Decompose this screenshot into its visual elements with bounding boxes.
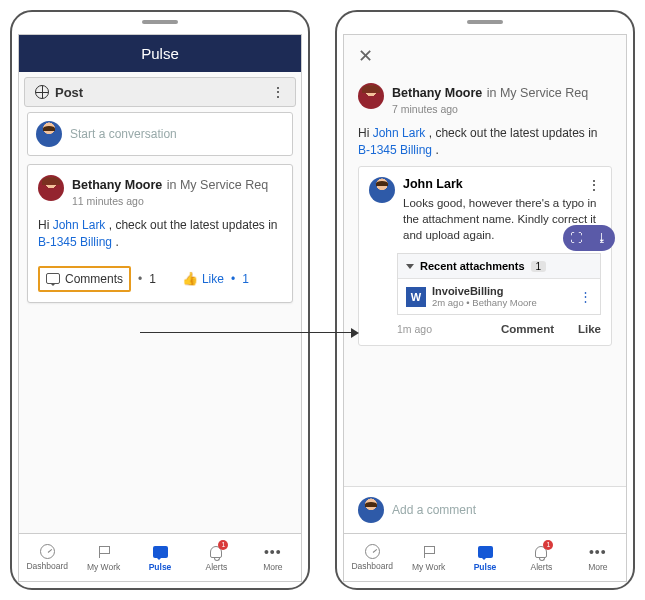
- attachment-float-actions: ⛶ ⭳: [563, 225, 615, 251]
- post-label: Post: [55, 85, 83, 100]
- annotation-arrow: [140, 332, 355, 333]
- comments-button[interactable]: Comments: [38, 266, 131, 292]
- post-time-r: 7 minutes ago: [392, 103, 588, 115]
- phone-left: Pulse Post ⋮ Start a conversation Bethan…: [10, 10, 310, 590]
- tab-pulse[interactable]: Pulse: [457, 534, 513, 581]
- tab-mywork[interactable]: My Work: [400, 534, 456, 581]
- tab-alerts[interactable]: 1Alerts: [513, 534, 569, 581]
- expand-icon[interactable]: ⛶: [563, 225, 589, 251]
- reply-author: John Lark: [403, 177, 463, 191]
- post-body: Hi John Lark , check out the latest upda…: [38, 217, 282, 252]
- screen-left: Pulse Post ⋮ Start a conversation Bethan…: [18, 34, 302, 582]
- reply-actions: 1m ago Comment Like: [397, 323, 601, 335]
- attachment-menu-icon[interactable]: ⋮: [579, 289, 592, 304]
- app-title: Pulse: [19, 35, 301, 72]
- more-icon: •••: [265, 544, 281, 560]
- case-link[interactable]: B-1345 Billing: [38, 235, 112, 249]
- add-comment-placeholder: Add a comment: [392, 503, 476, 517]
- post-menu-icon[interactable]: ⋮: [271, 84, 285, 100]
- author-name: Bethany Moore: [72, 178, 162, 192]
- avatar-author: [358, 83, 384, 109]
- word-file-icon: W: [406, 287, 426, 307]
- attachment-count: 1: [531, 261, 547, 272]
- alerts-badge: 1: [543, 540, 553, 550]
- attachment-meta: 2m ago • Bethany Moore: [432, 297, 537, 308]
- tab-dashboard[interactable]: Dashboard: [344, 534, 400, 581]
- flag-icon: [424, 546, 434, 558]
- reply-comment-button[interactable]: Comment: [501, 323, 554, 335]
- post-time: 11 minutes ago: [72, 195, 268, 207]
- add-comment-row[interactable]: Add a comment: [344, 486, 626, 533]
- phone-right: ✕ Bethany Moore in My Service Req 7 minu…: [335, 10, 635, 590]
- attachments-toggle[interactable]: Recent attachments 1: [398, 254, 600, 278]
- attachment-name: InvoiveBilling: [432, 285, 537, 297]
- compose-placeholder: Start a conversation: [70, 127, 177, 141]
- tab-more[interactable]: •••More: [245, 534, 301, 581]
- flag-icon: [99, 546, 109, 558]
- feed-card[interactable]: Bethany Moore in My Service Req 11 minut…: [27, 164, 293, 303]
- tab-mywork[interactable]: My Work: [75, 534, 131, 581]
- reply-time: 1m ago: [397, 323, 432, 335]
- reply-menu-icon[interactable]: ⋮: [587, 177, 601, 193]
- avatar-self: [36, 121, 62, 147]
- download-icon[interactable]: ⭳: [589, 225, 615, 251]
- speaker: [142, 20, 178, 24]
- avatar-replier: [369, 177, 395, 203]
- globe-icon: [35, 85, 49, 99]
- post-actions: Comments • 1 👍 Like • 1: [38, 266, 282, 292]
- dashboard-icon: [365, 544, 380, 559]
- reply-card: John Lark ⋮ Looks good, however there's …: [358, 166, 612, 346]
- pulse-icon: [478, 546, 493, 558]
- like-count: 1: [242, 272, 249, 286]
- dashboard-icon: [40, 544, 55, 559]
- tab-alerts[interactable]: 1Alerts: [188, 534, 244, 581]
- close-button[interactable]: ✕: [344, 35, 626, 77]
- tab-more[interactable]: •••More: [570, 534, 626, 581]
- attachments-card: Recent attachments 1 W InvoiveBilling 2m…: [397, 253, 601, 315]
- mention-link-r[interactable]: John Lark: [373, 126, 426, 140]
- more-icon: •••: [590, 544, 606, 560]
- author-name-r: Bethany Moore: [392, 86, 482, 100]
- pulse-icon: [153, 546, 168, 558]
- tab-dashboard[interactable]: Dashboard: [19, 534, 75, 581]
- like-label[interactable]: Like: [202, 272, 224, 286]
- avatar-self: [358, 497, 384, 523]
- thumbs-up-icon[interactable]: 👍: [182, 271, 198, 286]
- case-link-r[interactable]: B-1345 Billing: [358, 143, 432, 157]
- post-header: Post ⋮: [24, 77, 296, 107]
- compose-row[interactable]: Start a conversation: [27, 112, 293, 156]
- screen-right: ✕ Bethany Moore in My Service Req 7 minu…: [343, 34, 627, 582]
- author-context-r: in My Service Req: [487, 86, 588, 100]
- attachment-item[interactable]: W InvoiveBilling 2m ago • Bethany Moore …: [398, 278, 600, 314]
- comment-icon: [46, 273, 60, 284]
- comments-count: 1: [149, 272, 156, 286]
- chevron-down-icon: [406, 264, 414, 269]
- tab-bar: Dashboard My Work Pulse 1Alerts •••More: [19, 533, 301, 581]
- speaker: [467, 20, 503, 24]
- post-body-r: Hi John Lark , check out the latest upda…: [358, 125, 612, 160]
- tab-bar: Dashboard My Work Pulse 1Alerts •••More: [344, 533, 626, 581]
- reply-like-button[interactable]: Like: [578, 323, 601, 335]
- annotation-arrow-head: [351, 328, 359, 338]
- avatar-author: [38, 175, 64, 201]
- alerts-badge: 1: [218, 540, 228, 550]
- author-context: in My Service Req: [167, 178, 268, 192]
- mention-link[interactable]: John Lark: [53, 218, 106, 232]
- tab-pulse[interactable]: Pulse: [132, 534, 188, 581]
